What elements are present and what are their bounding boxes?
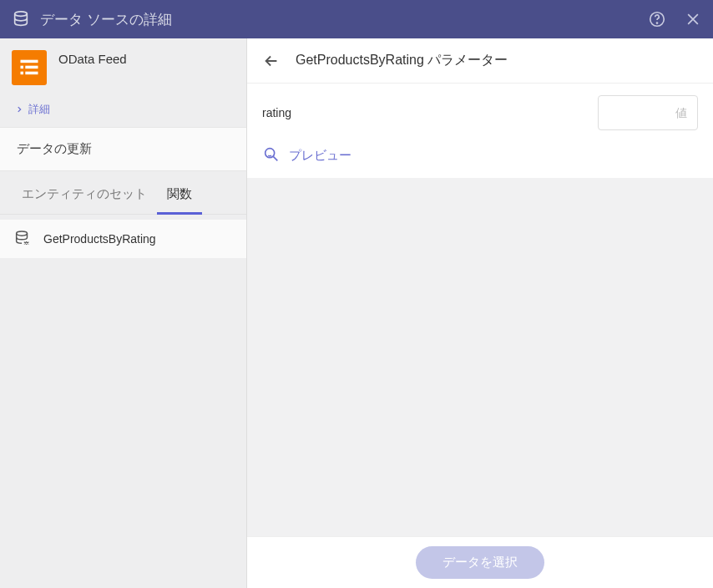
sidebar-tabs: エンティティのセット 関数 [0,171,246,215]
svg-rect-3 [21,60,38,63]
refresh-data-button[interactable]: データの更新 [0,127,246,171]
svg-point-2 [656,23,657,23]
svg-rect-4 [21,66,24,69]
parameter-row: rating [247,84,713,139]
main-header: GetProductsByRating パラメーター [247,38,713,84]
datasource-name: OData Feed [58,52,127,66]
preview-icon [262,145,281,166]
function-database-icon [13,230,32,248]
back-button[interactable] [262,52,281,70]
tab-functions[interactable]: 関数 [157,171,202,214]
main-title: GetProductsByRating パラメーター [296,52,508,69]
main-footer: データを選択 [247,536,713,588]
database-icon [12,10,30,28]
sidebar: OData Feed 詳細 データの更新 エンティティのセット 関数 [0,38,247,588]
function-list: GetProductsByRating [0,215,246,258]
svg-point-0 [15,12,28,17]
chevron-right-icon [15,104,23,116]
tab-entity-set[interactable]: エンティティのセット [12,171,157,214]
svg-point-8 [17,231,28,236]
svg-rect-7 [25,72,38,75]
function-item-label: GetProductsByRating [43,232,156,246]
svg-rect-5 [25,66,38,69]
select-data-button[interactable]: データを選択 [416,546,544,579]
datasource-header: OData Feed [0,38,246,94]
titlebar-title: データ ソースの詳細 [40,10,648,29]
details-link[interactable]: 詳細 [0,94,246,127]
help-icon[interactable] [648,10,666,28]
preview-label: プレビュー [289,148,351,164]
main-body [247,178,713,536]
odata-feed-icon [12,50,47,85]
titlebar: データ ソースの詳細 [0,0,713,38]
parameter-name: rating [262,106,291,119]
close-icon[interactable] [685,11,701,28]
refresh-label: データの更新 [17,141,92,155]
function-item[interactable]: GetProductsByRating [0,220,246,258]
main-panel: GetProductsByRating パラメーター rating プレビュー … [247,38,713,588]
svg-rect-6 [21,72,24,75]
details-link-label: 詳細 [28,102,50,117]
preview-button[interactable]: プレビュー [247,139,713,178]
parameter-value-input[interactable] [598,95,698,130]
